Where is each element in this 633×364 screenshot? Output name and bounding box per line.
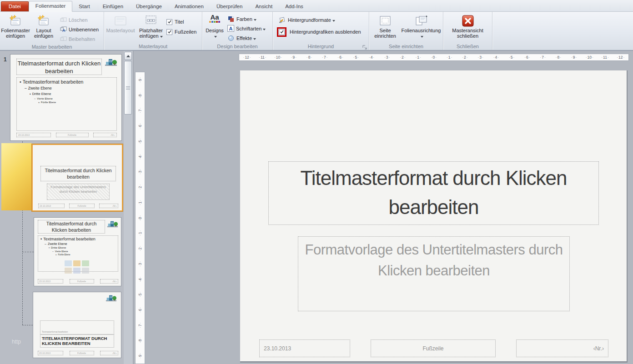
footers-checkbox-row[interactable]: Fußzeilen [166,27,196,37]
theme-fonts-icon: A [227,25,234,32]
workspace: 1 Titelmasterformat durch Klicken bearbe… [0,51,633,364]
scrollbar-up-arrow[interactable] [124,52,132,60]
horizontal-ruler: 1211109876543210123456789101112 [239,54,629,61]
watermark-text: http [12,339,21,345]
ribbon: Folienmaster einfügen Layout einfügen Lö… [0,12,633,51]
footer-placeholder[interactable]: Fußzeile [371,339,496,357]
rename-slide-icon: A [60,26,67,33]
thumb-date-placeholder: 23.10.2013 [16,133,51,137]
thumb-footer-row: 23.10.2013 Fußzeile ‹Nr.› [38,351,118,355]
scrollbar-thumb[interactable] [124,61,132,115]
thumb-title-placeholder: Titelmasterformat durch Klicken bearbeit… [40,166,116,181]
svg-text:A: A [62,28,65,32]
hide-background-graphics-row[interactable]: Hintergrundgrafiken ausblenden [277,27,361,37]
group-master-bearbeiten: Folienmaster einfügen Layout einfügen Lö… [0,12,104,50]
dropdown-arrow-icon [160,36,163,38]
thumbnail-slide-master[interactable]: Titelmasterformat durch Klicken bearbeit… [10,54,122,141]
page-setup-button[interactable]: Seite einrichten [371,12,399,42]
thumbnail-title-content-layout[interactable]: Titelmasterformat durch Klicken bearbeit… [34,217,121,286]
tab-start[interactable]: Start [72,2,96,11]
title-placeholder[interactable]: Titelmasterformat durch Klicken bearbeit… [268,161,599,225]
tab-addins[interactable]: Add-Ins [279,2,310,11]
close-red-x-icon [462,14,474,28]
thumb-number-placeholder: ‹Nr.› [99,204,118,208]
tab-ueberpruefen[interactable]: Überprüfen [210,2,249,11]
dropdown-arrow-icon [214,36,217,38]
group-label: Hintergrund [274,43,367,50]
background-styles-button[interactable]: Hintergrundformate [277,15,337,25]
tab-folienmaster[interactable]: Folienmaster [29,1,72,12]
dialog-launcher-icon[interactable] [362,44,368,49]
group-label: Masterlayout [106,43,201,50]
insert-placeholder-button[interactable]: Platzhalter einfügen [136,12,166,42]
group-label: Schließen [445,43,491,50]
dropdown-arrow-icon [421,36,423,38]
thumb-date-placeholder: 23.10.2013 [38,204,65,208]
insert-placeholder-icon [144,14,158,28]
slide-thumbnail-pane: 1 Titelmasterformat durch Klicken bearbe… [0,51,134,364]
preserve-slide-icon [60,35,67,43]
dropdown-arrow-icon [253,38,256,40]
company-logo-icon [105,294,117,304]
thumb-number-placeholder: ‹Nr.› [93,133,117,137]
tab-einfuegen[interactable]: Einfügen [96,2,130,11]
layout-tree-connector [22,325,33,325]
company-logo-icon [104,58,118,68]
insert-layout-button[interactable]: Layout einfügen [30,12,58,42]
title-checkbox-row[interactable]: Titel [166,17,196,27]
rename-button[interactable]: A Umbenennen [58,25,100,34]
delete-slide-icon [60,16,67,24]
content-placeholder-icons [65,260,89,274]
close-master-view-button[interactable]: Masteransicht schließen [447,12,488,42]
slide-number-placeholder[interactable]: ‹Nr.› [516,339,608,357]
preserve-button: Beibehalten [58,34,100,44]
themes-icon: Aa [209,14,220,28]
tab-datei[interactable]: Datei [1,1,29,11]
tab-uebergaenge[interactable]: Übergänge [130,2,168,11]
master-layout-icon [114,14,127,28]
title-checkbox[interactable] [166,19,172,25]
ribbon-empty-space [492,12,633,50]
thumb-subtitle-placeholder: Formatvorlage des Untertitelmasters durc… [47,184,110,200]
background-styles-icon [279,16,286,24]
group-schliessen: Masteransicht schließen Schließen [443,12,492,50]
thumbnail-section-header-layout[interactable]: Textmasterformat bearbeiten TITELMASTERF… [33,292,121,358]
thumb-title-placeholder: Titelmasterformat durch Klicken bearbeit… [16,59,102,75]
selected-row-highlight [1,143,32,210]
tab-animationen[interactable]: Animationen [168,2,210,11]
group-label: Master bearbeiten [1,44,102,50]
tab-ansicht[interactable]: Ansicht [249,2,279,11]
footers-checkbox[interactable] [166,29,172,35]
dropdown-arrow-icon [332,20,335,22]
thumb-footer-placeholder: Fußzeile [70,279,94,284]
hide-background-graphics-checkbox[interactable] [279,29,285,35]
layout-insert-icon [36,14,51,28]
thumb-section-title-placeholder: TITELMASTERFORMAT DURCH KLICKEN BEARBEIT… [40,334,114,348]
company-logo-icon [106,220,119,229]
subtitle-placeholder[interactable]: Formatvorlage des Untertitelmasters durc… [298,236,570,311]
master-layout-button: Masterlayout [106,12,136,42]
themes-button[interactable]: Aa Designs [204,12,226,42]
dropdown-arrow-icon [263,29,266,30]
theme-fonts-button[interactable]: A Schriftarten [226,24,267,33]
thumb-footer-placeholder: Fußzeile [56,133,89,137]
highlight-annotation [277,27,286,37]
ribbon-tab-bar: Datei Folienmaster Start Einfügen Übergä… [0,0,633,12]
thumb-body-placeholder: •Textmasterformat bearbeiten –Zweite Ebe… [16,77,117,131]
theme-colors-button[interactable]: Farben [226,14,267,24]
layout-tree-connector [22,252,34,252]
thumbnail-pane-scrollbar[interactable] [124,51,132,364]
date-placeholder[interactable]: 23.10.2013 [259,339,350,357]
insert-slide-master-button[interactable]: Folienmaster einfügen [1,12,30,42]
slide-editing-area[interactable]: Titelmasterformat durch Klicken bearbeit… [240,70,628,363]
group-masterlayout: Masterlayout Platzhalter einfügen Titel [104,12,202,50]
thumb-footer-row: 23.10.2013 Fußzeile ‹Nr.› [38,279,118,284]
thumbnail-title-slide-layout[interactable]: Titelmasterformat durch Klicken bearbeit… [32,144,123,211]
vertical-ruler-column: 9876543210123456789 [134,51,146,364]
slide-canvas: 1211109876543210123456789101112 Titelmas… [146,51,633,364]
group-hintergrund: Hintergrundformate Hintergrundgrafiken a… [273,12,369,50]
thumb-footer-placeholder: Fußzeile [69,204,95,208]
group-label: Seite einrichten [371,43,442,50]
slide-orientation-button[interactable]: Folienausrichtung [401,12,441,42]
theme-effects-button[interactable]: Effekte [226,33,267,43]
